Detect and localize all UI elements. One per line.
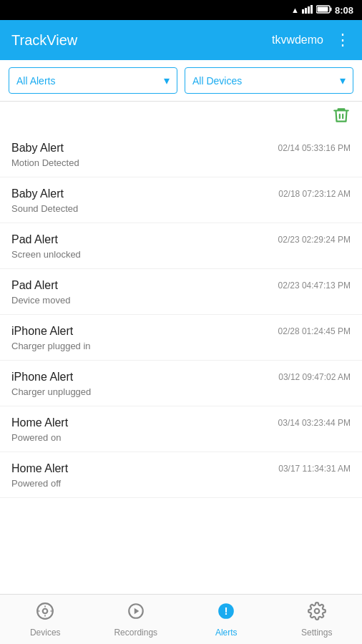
alert-item[interactable]: Pad Alert 02/23 02:29:24 PM Screen unloc… (0, 223, 362, 269)
devices-filter-label: All Devices (192, 75, 242, 87)
alert-time: 02/18 07:23:12 AM (278, 189, 351, 199)
battery-icon (316, 5, 332, 15)
recordings-nav-label: Recordings (114, 628, 157, 638)
svg-point-11 (315, 608, 320, 613)
more-menu-icon[interactable]: ⋮ (335, 31, 351, 49)
alert-list: Baby Alert 02/14 05:33:16 PM Motion Dete… (0, 132, 362, 595)
delete-all-button[interactable] (332, 106, 351, 129)
svg-rect-5 (330, 8, 331, 11)
nav-item-alerts[interactable]: ! Alerts (181, 595, 272, 644)
alert-name: iPhone Alert (11, 371, 73, 384)
nav-item-devices[interactable]: Devices (0, 595, 91, 644)
alert-detail: Charger unplugged (11, 386, 351, 397)
status-icons: ▲ 8:08 (291, 5, 353, 16)
svg-rect-0 (302, 9, 304, 14)
alert-time: 02/14 05:33:16 PM (278, 143, 351, 153)
alert-detail: Powered off (11, 478, 351, 489)
alert-item-top: Pad Alert 02/23 04:47:13 PM (11, 279, 351, 292)
alert-item[interactable]: Pad Alert 02/23 04:47:13 PM Device moved (0, 269, 362, 315)
alerts-filter-dropdown[interactable]: All Alerts ▾ (9, 67, 177, 94)
list-toolbar (0, 102, 362, 132)
wifi-icon: ▲ (291, 6, 299, 14)
svg-rect-3 (310, 5, 313, 14)
alert-name: Pad Alert (11, 279, 58, 292)
nav-item-settings[interactable]: Settings (272, 595, 363, 644)
alerts-filter-label: All Alerts (16, 75, 55, 87)
alert-item[interactable]: Baby Alert 02/14 05:33:16 PM Motion Dete… (0, 132, 362, 177)
alert-detail: Sound Detected (11, 203, 351, 214)
alert-time: 03/17 11:34:31 AM (278, 464, 351, 474)
alert-item-top: Baby Alert 02/14 05:33:16 PM (11, 142, 351, 155)
alert-name: Baby Alert (11, 142, 64, 155)
alert-detail: Screen unlocked (11, 249, 351, 260)
alert-item[interactable]: Home Alert 03/17 11:34:31 AM Powered off (0, 452, 362, 498)
alert-item[interactable]: Baby Alert 02/18 07:23:12 AM Sound Detec… (0, 177, 362, 223)
alert-name: iPhone Alert (11, 325, 73, 338)
svg-rect-1 (305, 8, 307, 14)
alert-item-top: Pad Alert 02/23 02:29:24 PM (11, 233, 351, 246)
devices-nav-icon (36, 602, 54, 625)
alert-item-top: Home Alert 03/17 11:34:31 AM (11, 462, 351, 475)
status-bar: ▲ 8:08 (0, 0, 362, 20)
settings-nav-icon (308, 602, 326, 625)
alert-name: Home Alert (11, 462, 68, 475)
app-username: tkvwdemo (272, 34, 323, 47)
alert-item[interactable]: iPhone Alert 02/28 01:24:45 PM Charger p… (0, 315, 362, 361)
alerts-chevron-icon: ▾ (164, 74, 170, 87)
alert-item-top: Baby Alert 02/18 07:23:12 AM (11, 187, 351, 200)
alert-item-top: Home Alert 03/14 03:23:44 PM (11, 416, 351, 429)
alert-time: 02/23 04:47:13 PM (278, 280, 351, 291)
filter-bar: All Alerts ▾ All Devices ▾ (0, 60, 362, 102)
signal-icon (302, 5, 313, 15)
alert-time: 03/12 09:47:02 AM (278, 372, 351, 382)
svg-rect-6 (317, 7, 328, 12)
app-bar: TrackView tkvwdemo ⋮ (0, 20, 362, 60)
alert-name: Pad Alert (11, 233, 58, 246)
alert-detail: Device moved (11, 295, 351, 306)
recordings-nav-icon (127, 602, 145, 625)
alert-item[interactable]: iPhone Alert 03/12 09:47:02 AM Charger u… (0, 361, 362, 406)
alert-time: 03/14 03:23:44 PM (278, 418, 351, 428)
alert-item-top: iPhone Alert 02/28 01:24:45 PM (11, 325, 351, 338)
alert-name: Baby Alert (11, 187, 64, 200)
app-bar-right: tkvwdemo ⋮ (272, 31, 351, 49)
alert-time: 02/28 01:24:45 PM (278, 326, 351, 336)
alert-detail: Charger plugged in (11, 341, 351, 351)
svg-rect-2 (308, 6, 310, 14)
alert-detail: Motion Detected (11, 157, 351, 168)
alerts-nav-label: Alerts (215, 628, 238, 638)
alert-detail: Powered on (11, 432, 351, 443)
alert-item[interactable]: Home Alert 03/14 03:23:44 PM Powered on (0, 406, 362, 452)
settings-nav-label: Settings (301, 628, 332, 638)
app-title: TrackView (11, 32, 77, 49)
devices-filter-dropdown[interactable]: All Devices ▾ (185, 67, 353, 94)
bottom-nav: Devices Recordings ! Alerts Settings (0, 594, 362, 644)
alert-item-top: iPhone Alert 03/12 09:47:02 AM (11, 371, 351, 384)
alert-time: 02/23 02:29:24 PM (278, 235, 351, 245)
svg-text:!: ! (225, 605, 228, 617)
status-time: 8:08 (335, 5, 353, 16)
svg-point-7 (43, 608, 48, 613)
nav-item-recordings[interactable]: Recordings (91, 595, 182, 644)
alert-name: Home Alert (11, 416, 68, 429)
alerts-nav-icon: ! (217, 602, 235, 625)
devices-nav-label: Devices (30, 628, 61, 638)
devices-chevron-icon: ▾ (340, 74, 346, 87)
